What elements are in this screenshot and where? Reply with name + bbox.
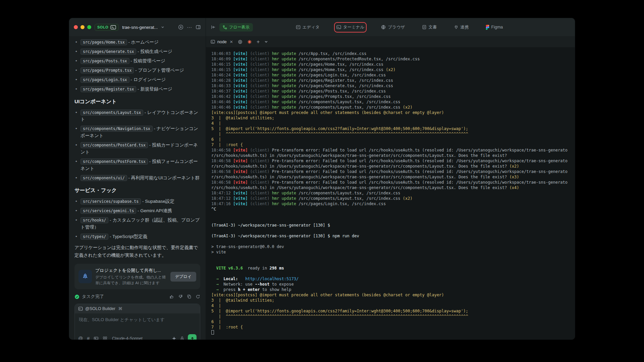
file-chip[interactable]: src/hooks/: [80, 217, 108, 223]
maximize-window-button[interactable]: [87, 25, 91, 29]
deploy-button[interactable]: デプロイ: [170, 272, 196, 282]
tab-terminal[interactable]: ターミナル: [336, 24, 365, 30]
regenerate-icon[interactable]: [196, 294, 200, 299]
flow-view-label: フロー表示: [229, 24, 250, 30]
file-chip[interactable]: src/services/gemini.ts: [80, 208, 136, 214]
sparkle-icon[interactable]: [172, 336, 176, 340]
terminal-dropdown-icon[interactable]: [264, 40, 268, 44]
file-chip[interactable]: src/services/supabase.ts: [80, 198, 141, 204]
chat-input-placeholder[interactable]: 現在、SOLO Builder とチャットしています: [75, 313, 200, 331]
file-desc: - TypeScript型定義: [108, 234, 147, 239]
tab-integrations[interactable]: 連携: [454, 24, 469, 30]
file-chip[interactable]: src/pages/Login.tsx: [80, 77, 129, 83]
image-icon[interactable]: [94, 336, 99, 340]
file-chip[interactable]: src/components/PostForm.tsx: [80, 159, 148, 165]
collapse-panel-icon[interactable]: [211, 24, 216, 30]
file-desc: - 新規登録ページ: [136, 86, 172, 92]
terminal-line: 6 |: [211, 137, 570, 142]
send-button[interactable]: [188, 334, 197, 340]
terminal-tab-node[interactable]: node ✕: [211, 40, 233, 44]
file-chip[interactable]: src/pages/Generate.tsx: [80, 49, 136, 55]
deploy-card-title: プロジェクトを公開して共有し...: [95, 267, 167, 274]
terminal-line: 18:46:46 [vite] (client) hmr update /src…: [211, 99, 570, 105]
file-list-item: •src/hooks/ - カスタムフック群（認証、投稿、プロンプト管理）: [74, 217, 200, 231]
shell-icon: [211, 40, 215, 44]
chat-context-label: @SOLO Builder: [85, 306, 115, 311]
file-desc: - 投稿生成ページ: [136, 49, 172, 54]
apps-grid-icon[interactable]: [103, 336, 107, 340]
file-chip[interactable]: src/pages/Home.tsx: [80, 39, 127, 45]
bullet: •: [75, 158, 77, 165]
model-selector[interactable]: Claude-4-Sonnet: [112, 336, 143, 340]
task-status-label: タスク完了: [82, 294, 104, 300]
terminal-line: | ^^^^^^^^^^^^^^^^^^^^^^^^^^^^^^^^^^^^^^…: [211, 314, 570, 319]
chevron-down-icon[interactable]: [161, 25, 164, 29]
file-chip[interactable]: src/components/Navigation.tsx: [80, 126, 153, 132]
file-list-item: •src/types/ - TypeScript型定義: [74, 233, 200, 240]
file-chip[interactable]: src/pages/Prompts.tsx: [80, 67, 134, 73]
tab-terminal-label: ターミナル: [343, 24, 365, 30]
bullet: •: [75, 86, 77, 93]
file-chip[interactable]: src/types/: [80, 234, 108, 240]
tab-documents[interactable]: 文書: [422, 24, 437, 30]
context-hash-icon[interactable]: #: [87, 336, 90, 340]
terminal-line: → press h + enter to show help: [211, 287, 570, 292]
chat-toolbar: @ # Claude-4-Sonnet: [75, 331, 200, 340]
microphone-icon[interactable]: [180, 336, 184, 340]
chat-input-card: @SOLO Builder ⌘ 現在、SOLO Builder とチャットしてい…: [74, 304, 200, 340]
thumbs-down-icon[interactable]: [178, 294, 183, 299]
tab-figma-label: Figma: [491, 25, 503, 29]
minimize-window-button[interactable]: [80, 25, 85, 29]
terminal-line: 18:46:58 [vite] (client) Pre-transform e…: [211, 158, 570, 169]
tab-figma[interactable]: Figma: [486, 25, 503, 30]
openai-session-icon[interactable]: [238, 40, 243, 44]
file-chip[interactable]: src/components/PostCard.tsx: [80, 142, 148, 148]
terminal-output[interactable]: 18:46:03 [vite] (client) hmr update /src…: [206, 48, 575, 340]
thumbs-up-icon[interactable]: [169, 294, 174, 299]
terminal-line: [211, 217, 570, 223]
file-chip[interactable]: src/components/Layout.tsx: [80, 110, 143, 116]
file-chip[interactable]: src/pages/Posts.tsx: [80, 58, 129, 64]
close-window-button[interactable]: [74, 25, 78, 29]
assistant-paragraph: アプリケーションは完全に動作可能な状態で、要件定義書で定義された全ての機能が実装…: [74, 244, 200, 259]
close-terminal-icon[interactable]: ✕: [230, 40, 233, 44]
flow-view-button[interactable]: フロー表示: [219, 23, 253, 32]
file-desc: - Supabase設定: [141, 199, 174, 204]
burst-session-icon[interactable]: [247, 40, 252, 44]
terminal-line: (TraeAI-3) ~/workspace/trae-sns-generato…: [211, 233, 570, 239]
project-title[interactable]: trae-sns-generat...: [122, 25, 158, 30]
file-list-item: •src/services/supabase.ts - Supabase設定: [74, 198, 200, 205]
editor-icon: [296, 25, 301, 29]
file-desc: - 再利用可能なUIコンポーネント群: [127, 175, 200, 180]
terminal-line: 18:46:28 [vite] (client) hmr update /src…: [211, 78, 570, 83]
terminal-line: 7 | :root {: [211, 324, 570, 330]
terminal-line: 18:47:12 [vite] (client) hmr update /src…: [211, 190, 570, 196]
new-session-icon[interactable]: [178, 24, 183, 30]
bullet: •: [75, 76, 77, 83]
chat-context-bar[interactable]: @SOLO Builder ⌘: [75, 304, 200, 313]
file-chip[interactable]: src/components/ui/: [80, 175, 127, 181]
solo-label: SOLO: [97, 25, 108, 29]
file-desc: - プロンプト管理ページ: [134, 68, 184, 73]
tab-editor[interactable]: エディタ: [296, 24, 320, 30]
solo-mode-toggle[interactable]: SOLO: [95, 24, 119, 31]
mention-icon[interactable]: @: [78, 336, 83, 340]
sidebar-toggle-icon[interactable]: [196, 24, 201, 30]
file-desc: - 投稿管理ページ: [129, 58, 165, 63]
file-list-item: •src/pages/Generate.tsx - 投稿生成ページ: [74, 48, 200, 55]
terminal-cursor: [211, 330, 214, 335]
new-terminal-icon[interactable]: +: [257, 39, 260, 45]
figma-icon: [486, 25, 489, 30]
tab-browser[interactable]: ブラウザ: [381, 24, 405, 30]
file-desc: - ホームページ: [127, 40, 159, 45]
copy-icon[interactable]: [187, 294, 192, 299]
bullet: •: [75, 48, 77, 55]
bullet: •: [75, 217, 77, 224]
document-icon: [422, 25, 427, 29]
terminal-line: [211, 255, 570, 260]
terminal-line: [211, 271, 570, 276]
more-options-icon[interactable]: ⋯: [187, 25, 192, 30]
tab-editor-label: エディタ: [303, 24, 320, 30]
file-chip[interactable]: src/pages/Register.tsx: [80, 86, 136, 92]
terminal-line: → Network: use --host to expose: [211, 282, 570, 287]
